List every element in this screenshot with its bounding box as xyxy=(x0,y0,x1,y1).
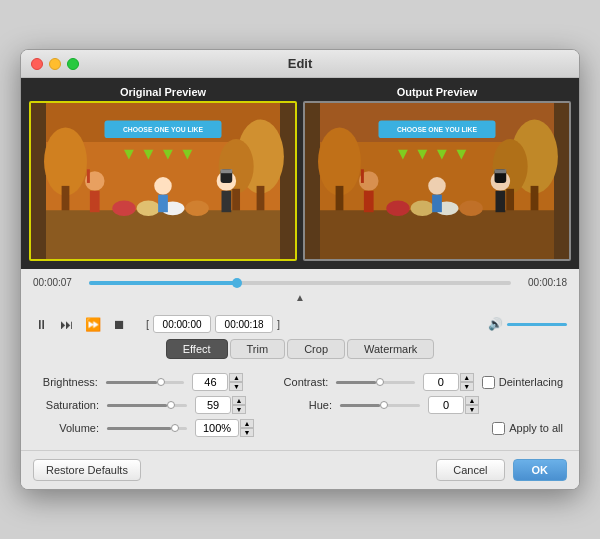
svg-point-16 xyxy=(137,201,160,217)
brightness-slider[interactable] xyxy=(106,381,185,384)
volume-icon: 🔊 xyxy=(488,317,503,331)
svg-rect-23 xyxy=(222,191,232,212)
svg-rect-36 xyxy=(320,210,554,259)
ok-button[interactable]: OK xyxy=(513,459,568,481)
timeline-area: 00:00:07 00:00:18 ▲ xyxy=(21,269,579,311)
svg-point-18 xyxy=(185,201,208,217)
volume-stepper: ▲ ▼ xyxy=(240,419,254,437)
hue-down[interactable]: ▼ xyxy=(465,405,479,414)
volume-down[interactable]: ▼ xyxy=(240,428,254,437)
settings-row-2: Saturation: ▲ ▼ Hue: ▲ xyxy=(37,396,563,414)
restore-defaults-button[interactable]: Restore Defaults xyxy=(33,459,141,481)
hue-slider[interactable] xyxy=(340,404,420,407)
volume-label: Volume: xyxy=(37,422,99,434)
svg-point-2 xyxy=(44,127,87,195)
close-button[interactable] xyxy=(31,58,43,70)
minimize-button[interactable] xyxy=(49,58,61,70)
hue-up[interactable]: ▲ xyxy=(465,396,479,405)
saturation-input[interactable] xyxy=(195,396,231,414)
title-bar: Edit xyxy=(21,50,579,78)
svg-rect-8 xyxy=(46,210,280,259)
volume-up[interactable]: ▲ xyxy=(240,419,254,428)
saturation-slider[interactable] xyxy=(107,404,187,407)
deinterlacing-checkbox[interactable] xyxy=(482,376,495,389)
saturation-stepper: ▲ ▼ xyxy=(232,396,246,414)
svg-rect-51 xyxy=(496,191,506,212)
tab-crop[interactable]: Crop xyxy=(287,339,345,359)
original-preview-frame: CHOOSE ONE YOU LIKE xyxy=(29,101,297,261)
deinterlacing-area: Deinterlacing xyxy=(482,376,563,389)
saturation-down[interactable]: ▼ xyxy=(232,405,246,414)
volume-slider[interactable] xyxy=(107,427,187,430)
time-start: 00:00:07 xyxy=(33,277,83,288)
pause-button[interactable]: ⏸ xyxy=(33,316,50,333)
settings-row-3: Volume: ▲ ▼ Apply to all xyxy=(37,419,563,437)
traffic-lights xyxy=(31,58,79,70)
transport-row: ⏸ ⏭ ⏩ ⏹ [ ] 🔊 xyxy=(33,315,567,333)
settings-row-1: Brightness: ▲ ▼ Contrast: ▲ xyxy=(37,373,563,391)
brightness-down[interactable]: ▼ xyxy=(229,382,243,391)
settings-area: Brightness: ▲ ▼ Contrast: ▲ xyxy=(21,369,579,450)
apply-all-label: Apply to all xyxy=(509,422,563,434)
svg-rect-55 xyxy=(432,195,442,213)
action-buttons: Cancel OK xyxy=(436,459,567,481)
svg-rect-27 xyxy=(158,195,168,213)
time-end: 00:00:18 xyxy=(517,277,567,288)
hue-input[interactable] xyxy=(428,396,464,414)
svg-point-44 xyxy=(411,201,434,217)
time-range: [ ] xyxy=(146,315,280,333)
range-end-input[interactable] xyxy=(215,315,273,333)
cancel-button[interactable]: Cancel xyxy=(436,459,504,481)
contrast-slider[interactable] xyxy=(336,381,415,384)
svg-rect-49 xyxy=(361,169,364,183)
brightness-input[interactable] xyxy=(192,373,228,391)
brightness-input-group: ▲ ▼ xyxy=(192,373,243,391)
range-start-input[interactable] xyxy=(153,315,211,333)
apply-all-area: Apply to all xyxy=(492,422,563,435)
svg-rect-25 xyxy=(221,169,233,173)
brightness-up[interactable]: ▲ xyxy=(229,373,243,382)
svg-point-30 xyxy=(318,127,361,195)
saturation-up[interactable]: ▲ xyxy=(232,396,246,405)
original-preview-panel: Original Preview xyxy=(29,86,297,261)
tab-effect[interactable]: Effect xyxy=(166,339,228,359)
bracket-open: [ xyxy=(146,318,149,330)
tab-trim[interactable]: Trim xyxy=(230,339,286,359)
brightness-label: Brightness: xyxy=(37,376,98,388)
window-title: Edit xyxy=(288,56,313,71)
volume-area: 🔊 xyxy=(488,317,567,331)
contrast-input-group: ▲ ▼ xyxy=(423,373,474,391)
svg-text:CHOOSE ONE YOU LIKE: CHOOSE ONE YOU LIKE xyxy=(397,126,478,133)
apply-all-checkbox[interactable] xyxy=(492,422,505,435)
tab-watermark[interactable]: Watermark xyxy=(347,339,434,359)
progress-track[interactable] xyxy=(89,281,511,285)
original-preview-label: Original Preview xyxy=(29,86,297,98)
svg-text:CHOOSE ONE YOU LIKE: CHOOSE ONE YOU LIKE xyxy=(123,126,204,133)
volume-track[interactable] xyxy=(507,323,567,326)
tabs-row: Effect Trim Crop Watermark xyxy=(33,339,567,359)
output-preview-label: Output Preview xyxy=(303,86,571,98)
contrast-up[interactable]: ▲ xyxy=(460,373,474,382)
stop-button[interactable]: ⏹ xyxy=(111,316,128,333)
svg-point-46 xyxy=(459,201,482,217)
contrast-input[interactable] xyxy=(423,373,459,391)
bracket-close: ] xyxy=(277,318,280,330)
volume-input[interactable] xyxy=(195,419,239,437)
edit-dialog: Edit Original Preview xyxy=(20,49,580,490)
svg-rect-7 xyxy=(232,189,240,213)
timeline-bar: 00:00:07 00:00:18 xyxy=(33,277,567,288)
hue-stepper: ▲ ▼ xyxy=(465,396,479,414)
hue-label: Hue: xyxy=(270,399,332,411)
saturation-label: Saturation: xyxy=(37,399,99,411)
contrast-down[interactable]: ▼ xyxy=(460,382,474,391)
brightness-stepper: ▲ ▼ xyxy=(229,373,243,391)
frame-next-button[interactable]: ⏩ xyxy=(83,316,103,333)
contrast-stepper: ▲ ▼ xyxy=(460,373,474,391)
saturation-input-group: ▲ ▼ xyxy=(195,396,246,414)
svg-point-26 xyxy=(154,177,172,195)
maximize-button[interactable] xyxy=(67,58,79,70)
contrast-label: Contrast: xyxy=(267,376,328,388)
progress-thumb[interactable] xyxy=(232,278,242,288)
output-preview-frame: CHOOSE ONE YOU LIKE xyxy=(303,101,571,261)
play-next-button[interactable]: ⏭ xyxy=(58,316,75,333)
